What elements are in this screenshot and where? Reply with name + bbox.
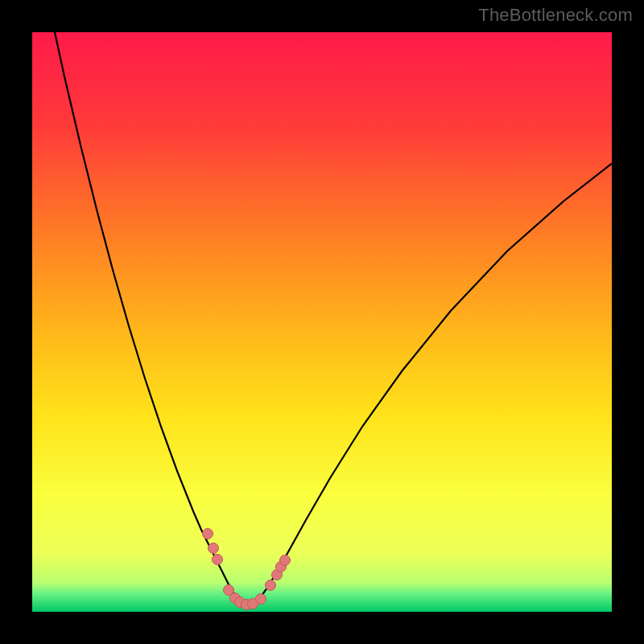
- curve-left: [55, 32, 246, 607]
- plot-area: [32, 32, 612, 612]
- curve-marker: [256, 594, 266, 605]
- curve-markers: [203, 529, 291, 610]
- curve-right: [246, 163, 612, 607]
- curve-marker: [213, 555, 223, 565]
- watermark-text: TheBottleneck.com: [478, 5, 633, 26]
- chart-frame: TheBottleneck.com: [0, 0, 644, 644]
- curves-layer: [32, 32, 612, 612]
- curve-marker: [266, 580, 276, 591]
- curve-marker: [208, 543, 219, 554]
- curve-marker: [203, 529, 213, 539]
- curve-marker: [280, 555, 291, 566]
